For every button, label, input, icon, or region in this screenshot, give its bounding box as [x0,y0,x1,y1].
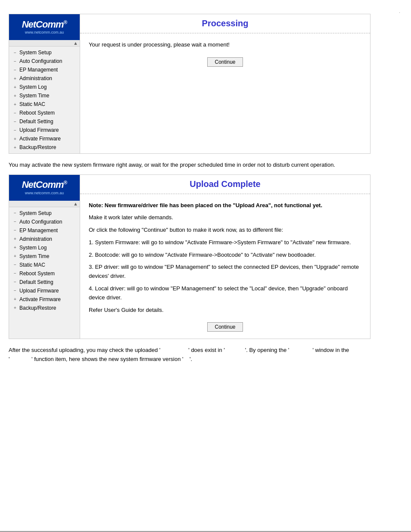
sidebar-item-systime-2[interactable]: System Time [9,252,80,261]
sidebar-item-admin-2[interactable]: Administration [9,235,80,243]
bottom-blank2 [225,347,245,353]
sidebar-label: Static MAC [19,262,45,268]
processing-continue-button[interactable]: Continue [207,57,243,67]
bottom-blank4 [9,356,31,362]
plus-icon [12,145,18,150]
sidebar-label: Upload Firmware [19,127,59,133]
logo-1: NetComm® www.netcomm.com.au [9,14,80,40]
upload-line1: Make it work later while demands. [89,213,361,222]
plus-icon [12,236,18,242]
upload-item4: 4. Local driver: will go to window "EP M… [89,284,361,302]
minus-icon [12,288,18,293]
sidebar-label: System Time [19,253,49,259]
sidebar-label: Administration [19,75,52,81]
upload-note: Note: New firmware/driver file has been … [89,201,361,210]
processing-title: Processing [89,19,361,28]
upload-line2: Or click the following "Continue" button… [89,226,361,235]
bottom-text-part6: '. [190,356,192,362]
sidebar-item-system-setup-1[interactable]: System Setup [9,48,80,57]
top-dot: . [9,9,402,14]
sidebar-item-backup-2[interactable]: Backup/Restore [9,304,80,312]
sidebar-item-backup-1[interactable]: Backup/Restore [9,143,80,152]
sidebar-label: System Setup [19,210,52,216]
minus-icon [12,59,18,64]
sidebar-item-upload-2[interactable]: Upload Firmware [9,286,80,295]
sidebar-label: System Setup [19,50,52,56]
minus-icon [12,280,18,285]
processing-panel: NetComm® www.netcomm.com.au ▲ System Set… [9,14,371,154]
sidebar-item-ep-mgmt-1[interactable]: EP Management [9,65,80,74]
logo-text-2: NetComm® [22,180,67,190]
sidebar-item-upload-1[interactable]: Upload Firmware [9,126,80,134]
sidebar-label: Administration [19,236,52,242]
sidebar-label: Backup/Restore [19,144,56,150]
sidebar-item-admin-1[interactable]: Administration [9,74,80,83]
upload-complete-continue-button[interactable]: Continue [207,322,243,332]
sidebar-item-default-1[interactable]: Default Setting [9,117,80,126]
sidebar-label: Upload Firmware [19,288,59,294]
sidebar-2: NetComm® www.netcomm.com.au ▲ System Set… [9,175,80,339]
processing-btn-container: Continue [89,54,361,67]
sidebar-label: Auto Configuration [19,219,62,225]
scroll-indicator-1: ▲ [9,40,80,47]
plus-icon [12,254,18,259]
upload-complete-btn-container: Continue [89,319,361,332]
sidebar-item-auto-config-1[interactable]: Auto Configuration [9,57,80,65]
sidebar-label: Auto Configuration [19,58,62,64]
processing-body: Your request is under processing, please… [80,34,370,74]
upload-complete-body: Note: New firmware/driver file has been … [80,194,370,339]
plus-icon [12,297,18,302]
minus-icon [12,219,18,224]
sidebar-item-staticmac-1[interactable]: Static MAC [9,100,80,109]
sidebar-item-ep-mgmt-2[interactable]: EP Management [9,226,80,235]
minus-icon [12,271,18,276]
sidebar-item-reboot-2[interactable]: Reboot System [9,269,80,278]
processing-status: Your request is under processing, please… [89,40,361,50]
sidebar-item-activate-1[interactable]: Activate Firmware [9,134,80,143]
sidebar-label: Default Setting [19,118,53,124]
upload-complete-panel: NetComm® www.netcomm.com.au ▲ System Set… [9,174,371,339]
sidebar-item-system-setup-2[interactable]: System Setup [9,209,80,218]
upload-refer: Refer User's Guide for details. [89,306,361,315]
sidebar-item-reboot-1[interactable]: Reboot System [9,109,80,117]
sidebar-item-activate-2[interactable]: Activate Firmware [9,295,80,304]
between-panels-text: You may activate the new system firmware… [9,161,371,169]
plus-icon [12,102,18,107]
plus-icon [12,305,18,311]
logo-url-1: www.netcomm.com.au [25,30,64,34]
upload-item1: 1. System Firmware: will go to window "A… [89,238,361,247]
sidebar-label: Reboot System [19,110,55,116]
plus-icon [12,136,18,141]
sidebar-label: Backup/Restore [19,305,56,311]
bottom-text-part2: ' does exist in ' [188,347,224,353]
plus-icon [12,93,18,98]
plus-icon [12,84,18,90]
sidebar-label: System Time [19,93,49,99]
sidebar-label: Activate Firmware [19,136,61,142]
bottom-text-part1: After the successful uploading, you may … [9,347,160,353]
sidebar-item-auto-config-2[interactable]: Auto Configuration [9,218,80,226]
sidebar-label: Activate Firmware [19,296,61,302]
sidebar-item-syslog-2[interactable]: System Log [9,243,80,252]
processing-header: Processing [80,14,370,34]
sidebar-label: EP Management [19,67,58,73]
sidebar-item-syslog-1[interactable]: System Log [9,83,80,91]
upload-item3: 3. EP driver: will go to window "EP Mana… [89,263,361,281]
bottom-blank5 [184,356,190,362]
sidebar-item-default-2[interactable]: Default Setting [9,278,80,286]
minus-icon [12,128,18,133]
sidebar-item-staticmac-2[interactable]: Static MAC [9,261,80,269]
upload-complete-header: Upload Complete [80,175,370,194]
sidebar-1: NetComm® www.netcomm.com.au ▲ System Set… [9,14,80,153]
minus-icon [12,50,18,55]
bottom-blank1 [160,347,188,353]
sidebar-item-systime-1[interactable]: System Time [9,91,80,100]
minus-icon [12,211,18,216]
bottom-text-part3: '. By opening the ' [245,347,290,353]
minus-icon [12,119,18,124]
minus-icon [12,67,18,72]
sidebar-label: EP Management [19,227,58,233]
sidebar-nav-2: System Setup Auto Configuration EP Manag… [9,207,80,314]
minus-icon [12,262,18,268]
sidebar-label: Default Setting [19,279,53,285]
